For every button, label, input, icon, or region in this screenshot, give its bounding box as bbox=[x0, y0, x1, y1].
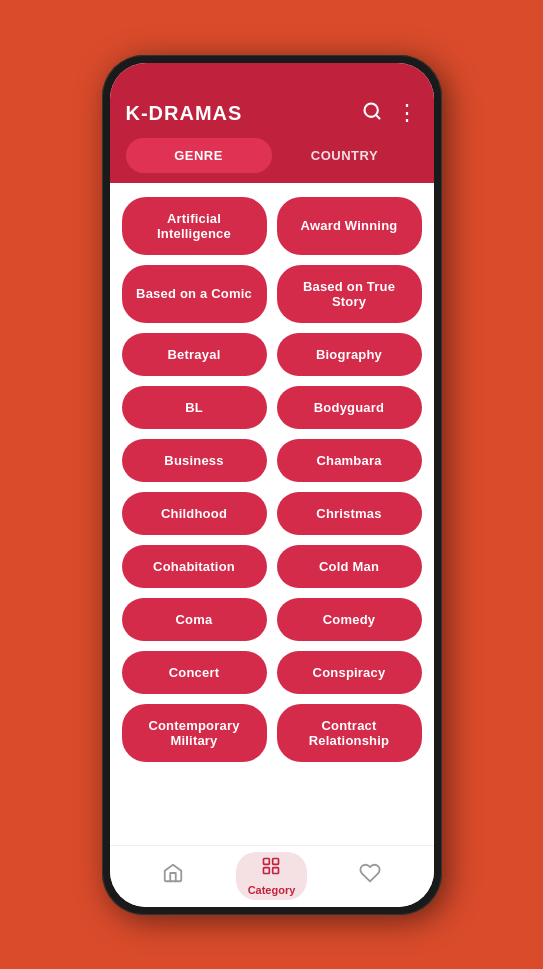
genres-content[interactable]: Artificial IntelligenceAward WinningBase… bbox=[110, 183, 434, 845]
genre-pill-betrayal[interactable]: Betrayal bbox=[122, 333, 267, 376]
genre-pill-biography[interactable]: Biography bbox=[277, 333, 422, 376]
genre-pill-bodyguard[interactable]: Bodyguard bbox=[277, 386, 422, 429]
genre-pill-artificial-intelligence[interactable]: Artificial Intelligence bbox=[122, 197, 267, 255]
category-icon bbox=[261, 856, 281, 882]
svg-line-1 bbox=[375, 114, 379, 118]
favorites-icon bbox=[359, 862, 381, 890]
phone-screen: K-DRAMAS ⋮ GENRE COUNTRY Artificial Inte… bbox=[110, 63, 434, 907]
genre-pill-business[interactable]: Business bbox=[122, 439, 267, 482]
more-options-icon[interactable]: ⋮ bbox=[396, 102, 418, 124]
genre-pill-childhood[interactable]: Childhood bbox=[122, 492, 267, 535]
svg-rect-2 bbox=[264, 859, 270, 865]
svg-rect-5 bbox=[273, 868, 279, 874]
genre-pill-conspiracy[interactable]: Conspiracy bbox=[277, 651, 422, 694]
genre-pill-award-winning[interactable]: Award Winning bbox=[277, 197, 422, 255]
nav-favorites[interactable] bbox=[347, 858, 393, 894]
search-icon[interactable] bbox=[362, 101, 382, 126]
genre-pill-bl[interactable]: BL bbox=[122, 386, 267, 429]
genre-pill-comedy[interactable]: Comedy bbox=[277, 598, 422, 641]
svg-rect-4 bbox=[264, 868, 270, 874]
genre-pill-cold-man[interactable]: Cold Man bbox=[277, 545, 422, 588]
nav-category[interactable]: Category bbox=[236, 852, 308, 900]
app-title: K-DRAMAS bbox=[126, 102, 243, 125]
app-header: K-DRAMAS ⋮ bbox=[110, 91, 434, 138]
genre-pill-coma[interactable]: Coma bbox=[122, 598, 267, 641]
header-icons: ⋮ bbox=[362, 101, 418, 126]
genre-pill-contemporary-military[interactable]: Contemporary Military bbox=[122, 704, 267, 762]
bottom-nav: Category bbox=[110, 845, 434, 907]
genre-pill-christmas[interactable]: Christmas bbox=[277, 492, 422, 535]
genre-pill-cohabitation[interactable]: Cohabitation bbox=[122, 545, 267, 588]
status-bar bbox=[110, 63, 434, 91]
genre-pill-concert[interactable]: Concert bbox=[122, 651, 267, 694]
home-icon bbox=[162, 862, 184, 890]
tab-bar: GENRE COUNTRY bbox=[110, 138, 434, 183]
genre-pill-chambara[interactable]: Chambara bbox=[277, 439, 422, 482]
genre-pill-based-on-a-comic[interactable]: Based on a Comic bbox=[122, 265, 267, 323]
svg-rect-3 bbox=[273, 859, 279, 865]
genre-pill-contract-relationship[interactable]: Contract Relationship bbox=[277, 704, 422, 762]
tab-genre[interactable]: GENRE bbox=[126, 138, 272, 173]
category-label: Category bbox=[248, 884, 296, 896]
genres-grid: Artificial IntelligenceAward WinningBase… bbox=[122, 197, 422, 762]
phone-frame: K-DRAMAS ⋮ GENRE COUNTRY Artificial Inte… bbox=[102, 55, 442, 915]
tab-country[interactable]: COUNTRY bbox=[272, 138, 418, 173]
genre-pill-based-on-true-story[interactable]: Based on True Story bbox=[277, 265, 422, 323]
nav-home[interactable] bbox=[150, 858, 196, 894]
